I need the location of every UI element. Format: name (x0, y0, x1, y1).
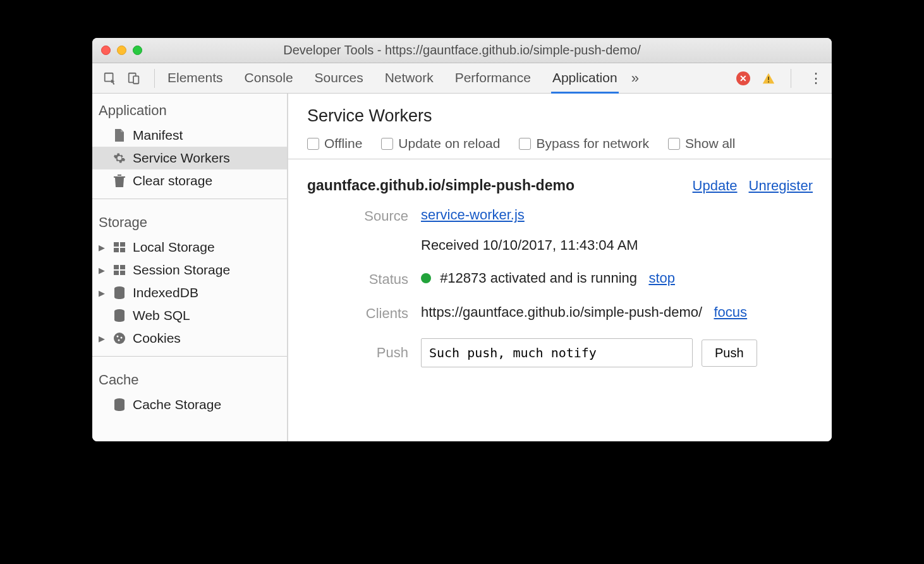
update-link[interactable]: Update (693, 178, 738, 194)
details-grid: Source service-worker.js Received 10/10/… (288, 200, 832, 386)
svg-point-18 (118, 340, 120, 341)
sidebar-item-label: Cookies (133, 331, 181, 346)
push-input[interactable] (421, 338, 693, 367)
window-controls (101, 46, 142, 55)
checkbox-label: Show all (685, 136, 735, 151)
expand-icon[interactable]: ▶ (99, 288, 106, 298)
sidebar-item-label: Cache Storage (133, 397, 221, 412)
expand-icon[interactable]: ▶ (99, 334, 106, 343)
source-value: service-worker.js Received 10/10/2017, 1… (421, 207, 813, 254)
sidebar-item-clear-storage[interactable]: Clear storage (92, 169, 287, 192)
close-window-button[interactable] (101, 46, 111, 55)
devtools-body: Application Manifest Service Workers (92, 94, 832, 441)
gear-icon (112, 152, 126, 164)
tab-console[interactable]: Console (243, 64, 295, 93)
sidebar-item-label: Manifest (133, 128, 183, 143)
sidebar-section-storage: Storage (92, 205, 287, 236)
sidebar-item-service-workers[interactable]: Service Workers (92, 147, 287, 169)
device-toolbar-icon[interactable] (125, 70, 143, 87)
expand-icon[interactable]: ▶ (99, 243, 106, 252)
svg-point-17 (121, 337, 123, 339)
svg-rect-10 (120, 265, 125, 269)
status-text: #12873 activated and is running (440, 270, 637, 286)
stop-link[interactable]: stop (648, 270, 675, 286)
sidebar-item-local-storage[interactable]: ▶ Local Storage (92, 236, 287, 259)
panel-options: Offline Update on reload Bypass for netw… (307, 136, 813, 151)
svg-rect-5 (114, 242, 119, 247)
svg-rect-12 (120, 271, 125, 275)
checkbox-icon (519, 138, 531, 150)
source-file-link[interactable]: service-worker.js (421, 207, 525, 223)
scope-actions: Update Unregister (693, 178, 813, 194)
expand-icon[interactable]: ▶ (99, 266, 106, 275)
devtools-window: Developer Tools - https://gauntface.gith… (92, 38, 832, 441)
sidebar-item-label: IndexedDB (133, 285, 198, 300)
update-on-reload-checkbox[interactable]: Update on reload (381, 136, 500, 151)
toolbar-separator (791, 69, 791, 88)
sidebar-item-session-storage[interactable]: ▶ Session Storage (92, 259, 287, 281)
sidebar-item-label: Web SQL (133, 308, 190, 323)
trash-icon (112, 175, 126, 187)
sidebar-item-cache-storage[interactable]: Cache Storage (92, 393, 287, 416)
svg-rect-6 (120, 242, 125, 247)
tab-performance[interactable]: Performance (454, 64, 532, 93)
tab-elements[interactable]: Elements (166, 64, 224, 93)
checkbox-label: Offline (324, 136, 362, 151)
sidebar-section-application: Application (92, 94, 287, 124)
scope-url: gauntface.github.io/simple-push-demo (307, 177, 574, 194)
checkbox-label: Bypass for network (536, 136, 649, 151)
status-value: #12873 activated and is running stop (421, 270, 813, 286)
svg-rect-4 (768, 81, 769, 82)
error-icon[interactable]: ✕ (736, 71, 750, 85)
sidebar-section-cache: Cache (92, 363, 287, 393)
cookie-icon (112, 332, 126, 345)
settings-menu-icon[interactable]: ⋮ (809, 70, 823, 87)
status-label: Status (307, 270, 408, 288)
svg-point-16 (117, 336, 119, 338)
checkbox-icon (307, 138, 319, 150)
tab-application[interactable]: Application (551, 64, 619, 94)
unregister-link[interactable]: Unregister (749, 178, 813, 194)
devtools-toolbar: Elements Console Sources Network Perform… (92, 63, 832, 94)
svg-rect-3 (768, 77, 769, 80)
push-label: Push (307, 338, 408, 361)
status-dot-icon (421, 273, 431, 283)
devtools-tabs: Elements Console Sources Network Perform… (166, 64, 619, 93)
offline-checkbox[interactable]: Offline (307, 136, 362, 151)
svg-rect-2 (133, 76, 138, 83)
scope-row: gauntface.github.io/simple-push-demo Upd… (288, 159, 832, 200)
svg-rect-9 (114, 265, 119, 269)
panel-title: Service Workers (307, 106, 813, 126)
maximize-window-button[interactable] (133, 46, 142, 55)
focus-link[interactable]: focus (714, 304, 748, 320)
svg-point-15 (114, 333, 125, 344)
warning-icon[interactable] (762, 71, 775, 85)
svg-rect-11 (114, 271, 119, 275)
sidebar-item-indexeddb[interactable]: ▶ IndexedDB (92, 281, 287, 304)
sidebar-item-websql[interactable]: Web SQL (92, 304, 287, 327)
minimize-window-button[interactable] (117, 46, 126, 55)
tab-network[interactable]: Network (384, 64, 435, 93)
sidebar-item-manifest[interactable]: Manifest (92, 124, 287, 147)
push-button[interactable]: Push (702, 340, 757, 367)
database-icon (112, 309, 126, 322)
grid-icon (112, 265, 126, 275)
more-tabs-icon[interactable]: » (631, 70, 639, 87)
tab-sources[interactable]: Sources (313, 64, 365, 93)
sidebar-item-label: Clear storage (133, 173, 212, 188)
database-icon (112, 398, 126, 411)
titlebar: Developer Tools - https://gauntface.gith… (92, 38, 832, 63)
database-icon (112, 286, 126, 299)
inspect-element-icon[interactable] (101, 70, 119, 87)
source-label: Source (307, 207, 408, 224)
panel-header: Service Workers Offline Update on reload… (288, 94, 832, 159)
application-sidebar: Application Manifest Service Workers (92, 94, 288, 441)
svg-rect-8 (120, 248, 125, 252)
sidebar-item-label: Session Storage (133, 262, 230, 278)
sidebar-item-cookies[interactable]: ▶ Cookies (92, 327, 287, 350)
service-workers-panel: Service Workers Offline Update on reload… (288, 94, 832, 441)
svg-rect-7 (114, 248, 119, 252)
show-all-checkbox[interactable]: Show all (668, 136, 735, 151)
window-title: Developer Tools - https://gauntface.gith… (92, 43, 832, 58)
bypass-for-network-checkbox[interactable]: Bypass for network (519, 136, 649, 151)
